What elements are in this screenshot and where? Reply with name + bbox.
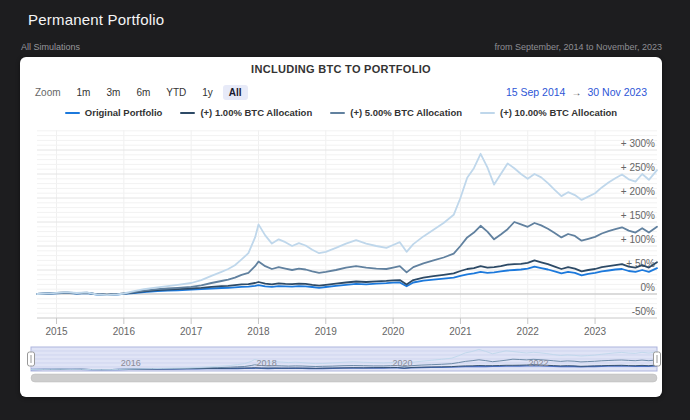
x-axis: 201520162017201820192020202120222023 — [37, 318, 657, 337]
svg-text:2020: 2020 — [382, 326, 405, 337]
svg-text:2019: 2019 — [315, 326, 338, 337]
stock-chart: + 300%+ 250%+ 200%+ 150%+ 100%+ 50%0%-50… — [20, 57, 662, 397]
navigator-year-label: 2022 — [528, 358, 548, 368]
svg-text:2016: 2016 — [113, 326, 136, 337]
navigator-year-label: 2016 — [121, 358, 141, 368]
svg-text:2017: 2017 — [180, 326, 203, 337]
chart-plot-area[interactable] — [37, 130, 657, 318]
chart-card: INCLUDING BTC TO PORTFOLIO Zoom 1m 3m 6m… — [20, 57, 662, 397]
navigator: 2016201820202022 — [28, 347, 661, 371]
svg-text:2015: 2015 — [45, 326, 68, 337]
navigator-left-handle[interactable] — [28, 352, 35, 366]
svg-text:2018: 2018 — [247, 326, 270, 337]
period-note: from September, 2014 to November, 2023 — [494, 42, 662, 52]
page-title: Permanent Portfolio — [28, 11, 164, 28]
navigator-year-label: 2018 — [257, 358, 277, 368]
navigator-year-label: 2020 — [393, 358, 413, 368]
navigator-scrollbar[interactable] — [31, 374, 657, 382]
page-subtitle: All Simulations — [21, 42, 80, 52]
svg-text:2022: 2022 — [517, 326, 540, 337]
svg-text:2023: 2023 — [584, 326, 607, 337]
svg-text:2021: 2021 — [449, 326, 472, 337]
navigator-right-handle[interactable] — [654, 352, 661, 366]
app-root: { "header": { "title": "Permanent Portfo… — [0, 0, 690, 420]
